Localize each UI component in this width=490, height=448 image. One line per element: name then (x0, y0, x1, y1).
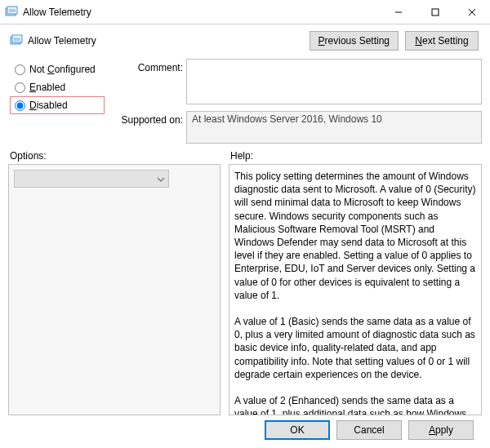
maximize-button[interactable] (416, 0, 453, 24)
state-radios: Not Configured Enabled Disabled (8, 57, 105, 144)
svg-rect-1 (7, 7, 17, 14)
comment-label: Comment: (111, 59, 183, 104)
policy-title: Allow Telemetry (28, 35, 96, 47)
chevron-down-icon (157, 173, 165, 184)
radio-disabled-input[interactable] (15, 100, 25, 111)
radio-enabled-input[interactable] (15, 82, 25, 93)
help-text: This policy setting determines the amoun… (234, 170, 476, 415)
radio-not-configured-input[interactable] (15, 64, 25, 75)
radio-disabled-label: Disabled (29, 100, 68, 111)
minimize-button[interactable] (380, 0, 416, 24)
options-panel (8, 164, 220, 415)
radio-enabled[interactable]: Enabled (10, 78, 105, 96)
cancel-button[interactable]: Cancel (336, 420, 402, 440)
svg-rect-7 (12, 35, 22, 42)
options-dropdown[interactable] (14, 170, 169, 188)
radio-enabled-label: Enabled (29, 82, 65, 93)
options-label: Options: (8, 150, 220, 162)
supported-on-text: At least Windows Server 2016, Windows 10 (186, 111, 482, 144)
app-icon (5, 6, 18, 19)
close-button[interactable] (453, 0, 490, 24)
footer-buttons: OK Cancel Apply (8, 415, 482, 448)
header-row: Allow Telemetry Previous Setting Next Se… (8, 29, 482, 57)
help-panel: This policy setting determines the amoun… (229, 164, 482, 415)
radio-disabled[interactable]: Disabled (10, 96, 105, 114)
config-area: Not Configured Enabled Disabled Comment:… (8, 57, 482, 144)
radio-not-configured-label: Not Configured (29, 64, 96, 75)
ok-button[interactable]: OK (265, 420, 330, 440)
radio-not-configured[interactable]: Not Configured (10, 60, 105, 78)
supported-label: Supported on: (111, 111, 183, 144)
next-setting-button[interactable]: Next Setting (405, 31, 479, 51)
window-title: Allow Telemetry (23, 7, 380, 18)
previous-setting-button[interactable]: Previous Setting (310, 31, 399, 51)
help-label: Help: (229, 150, 482, 162)
svg-rect-3 (432, 9, 439, 16)
comment-textarea[interactable] (186, 59, 482, 104)
apply-button[interactable]: Apply (408, 420, 474, 440)
title-bar: Allow Telemetry (0, 0, 490, 24)
policy-icon (10, 34, 23, 47)
